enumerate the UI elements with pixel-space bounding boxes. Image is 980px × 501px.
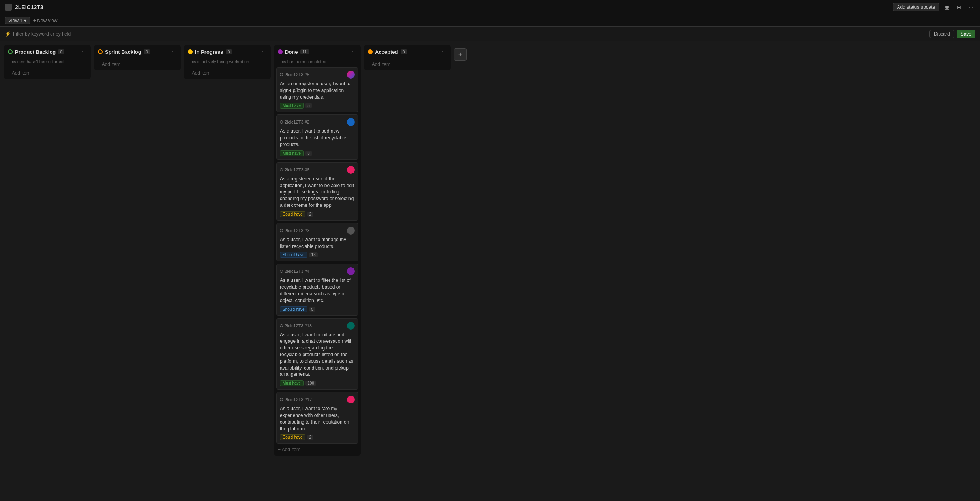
- avatar: [347, 71, 355, 79]
- card-num: 2: [307, 212, 314, 217]
- card-id-1: 2leic12T3 #2: [280, 120, 309, 124]
- card-num: 5: [309, 307, 316, 312]
- avatar: [347, 227, 355, 235]
- column-menu-sprint-backlog[interactable]: ···: [172, 48, 177, 55]
- sub-bar: View 1 ▾ + New view: [0, 14, 980, 27]
- column-title-accepted: Accepted: [375, 49, 398, 55]
- card-id-0: 2leic12T3 #5: [280, 72, 309, 77]
- column-menu-accepted[interactable]: ···: [442, 48, 447, 55]
- card-id-3: 2leic12T3 #3: [280, 228, 309, 233]
- status-dot-in-progress: [188, 49, 193, 54]
- card-header-6: 2leic12T3 #17: [280, 396, 355, 403]
- app-icon: [5, 4, 12, 11]
- column-menu-done[interactable]: ···: [352, 48, 357, 55]
- card-tag: Should have: [280, 252, 307, 258]
- table-row[interactable]: 2leic12T3 #6As a registered user of the …: [276, 162, 358, 221]
- card-tag: Must have: [280, 380, 304, 386]
- card-footer: Must have5: [280, 103, 355, 109]
- card-text: As a user, I want to filter the list of …: [280, 277, 355, 304]
- column-title-in-progress: In Progress: [195, 49, 223, 55]
- card-tag: Should have: [280, 306, 307, 312]
- filter-input[interactable]: [13, 31, 929, 37]
- discard-button[interactable]: Discard: [929, 30, 954, 38]
- card-status-dot: [280, 398, 283, 401]
- card-footer: Could have2: [280, 434, 355, 440]
- card-header-2: 2leic12T3 #6: [280, 166, 355, 174]
- column-count-sprint-backlog: 0: [144, 49, 150, 54]
- card-text: As a user, I want to add new products to…: [280, 128, 355, 148]
- card-status-dot: [280, 120, 283, 124]
- view-button[interactable]: View 1 ▾: [5, 17, 30, 24]
- card-text: As a user, I want to manage my listed re…: [280, 236, 355, 250]
- card-header-5: 2leic12T3 #18: [280, 322, 355, 330]
- view-dropdown-icon: ▾: [24, 18, 26, 23]
- chart-bar-icon[interactable]: ▦: [943, 3, 952, 11]
- new-view-button[interactable]: + New view: [33, 18, 58, 23]
- top-bar-right: Add status update ▦ ⊞ ···: [893, 3, 975, 11]
- card-text: As a user, I want to rate my experience …: [280, 405, 355, 432]
- add-item-in-progress[interactable]: + Add item: [184, 67, 271, 79]
- add-column-button[interactable]: +: [454, 48, 467, 61]
- column-header-left-in-progress: In Progress0: [188, 49, 232, 55]
- add-item-sprint-backlog[interactable]: + Add item: [94, 58, 181, 70]
- card-status-dot: [280, 73, 283, 76]
- column-header-product-backlog: Product Backlog0···: [4, 45, 91, 58]
- card-id-2: 2leic12T3 #6: [280, 167, 309, 172]
- card-id-text: 2leic12T3 #2: [285, 120, 309, 124]
- card-header-0: 2leic12T3 #5: [280, 71, 355, 79]
- card-id-text: 2leic12T3 #3: [285, 228, 309, 233]
- card-id-text: 2leic12T3 #4: [285, 269, 309, 274]
- column-title-product-backlog: Product Backlog: [15, 49, 56, 55]
- card-footer: Should have5: [280, 306, 355, 312]
- card-footer: Should have13: [280, 252, 355, 258]
- status-update-button[interactable]: Add status update: [893, 3, 940, 11]
- column-product-backlog: Product Backlog0···This item hasn't been…: [4, 45, 91, 79]
- column-count-product-backlog: 0: [58, 49, 64, 54]
- card-tag: Must have: [280, 103, 304, 109]
- table-row[interactable]: 2leic12T3 #18As a user, I want to initia…: [276, 318, 358, 390]
- table-row[interactable]: 2leic12T3 #3As a user, I want to manage …: [276, 223, 358, 262]
- column-count-done: 11: [300, 49, 309, 54]
- column-menu-in-progress[interactable]: ···: [262, 48, 267, 55]
- column-done: Done11···This has been completed2leic12T…: [274, 45, 361, 456]
- card-num: 13: [309, 252, 318, 257]
- card-text: As an unregistered user, I want to sign-…: [280, 81, 355, 100]
- column-count-in-progress: 0: [226, 49, 232, 54]
- card-num: 100: [305, 381, 316, 386]
- chart-icon[interactable]: ⊞: [955, 3, 963, 11]
- card-id-6: 2leic12T3 #17: [280, 397, 312, 402]
- add-item-product-backlog[interactable]: + Add item: [4, 67, 91, 79]
- column-header-in-progress: In Progress0···: [184, 45, 271, 58]
- card-id-4: 2leic12T3 #4: [280, 269, 309, 274]
- card-num: 5: [305, 103, 312, 108]
- app-title-area: 2LEIC12T3: [5, 4, 43, 11]
- avatar: [347, 267, 355, 275]
- status-dot-product-backlog: [8, 49, 13, 54]
- filter-icon: ⚡: [5, 31, 11, 37]
- add-item-accepted[interactable]: + Add item: [364, 58, 451, 70]
- table-row[interactable]: 2leic12T3 #17As a user, I want to rate m…: [276, 392, 358, 444]
- add-item-done[interactable]: + Add item: [274, 444, 361, 456]
- card-status-dot: [280, 229, 283, 232]
- save-button[interactable]: Save: [957, 30, 975, 38]
- column-subtitle-done: This has been completed: [274, 58, 361, 67]
- card-header-1: 2leic12T3 #2: [280, 118, 355, 126]
- more-options-icon[interactable]: ···: [967, 3, 975, 11]
- table-row[interactable]: 2leic12T3 #2As a user, I want to add new…: [276, 114, 358, 159]
- column-menu-product-backlog[interactable]: ···: [82, 48, 87, 55]
- filter-bar: ⚡ Discard Save: [0, 27, 980, 41]
- card-id-text: 2leic12T3 #18: [285, 323, 312, 328]
- column-header-done: Done11···: [274, 45, 361, 58]
- table-row[interactable]: 2leic12T3 #4As a user, I want to filter …: [276, 264, 358, 315]
- app-title: 2LEIC12T3: [15, 4, 43, 10]
- card-tag: Must have: [280, 150, 304, 156]
- column-header-left-done: Done11: [278, 49, 309, 55]
- column-header-left-product-backlog: Product Backlog0: [8, 49, 64, 55]
- table-row[interactable]: 2leic12T3 #5As an unregistered user, I w…: [276, 67, 358, 112]
- column-sprint-backlog: Sprint Backlog0···+ Add item: [94, 45, 181, 70]
- column-title-sprint-backlog: Sprint Backlog: [105, 49, 141, 55]
- card-id-text: 2leic12T3 #6: [285, 167, 309, 172]
- avatar: [347, 166, 355, 174]
- top-bar: 2LEIC12T3 Add status update ▦ ⊞ ···: [0, 0, 980, 14]
- column-subtitle-product-backlog: This item hasn't been started: [4, 58, 91, 67]
